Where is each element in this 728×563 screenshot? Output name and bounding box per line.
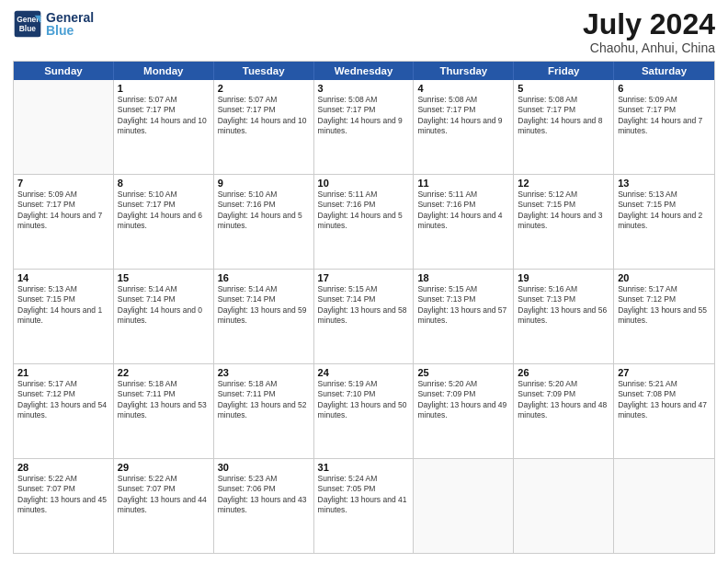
day-info: Sunrise: 5:08 AMSunset: 7:17 PMDaylight:… [518, 95, 609, 137]
svg-text:Blue: Blue [19, 24, 37, 33]
day-info: Sunrise: 5:22 AMSunset: 7:07 PMDaylight:… [118, 474, 210, 516]
daylight-label: Daylight: 13 hours and 53 minutes. [118, 400, 207, 419]
day-number: 28 [17, 462, 109, 473]
day-number: 17 [318, 272, 410, 283]
day-info: Sunrise: 5:21 AMSunset: 7:08 PMDaylight:… [618, 379, 711, 421]
calendar-day-17: 17Sunrise: 5:15 AMSunset: 7:14 PMDayligh… [314, 270, 415, 363]
sunset-label: Sunset: 7:06 PM [218, 484, 276, 493]
sunrise-label: Sunrise: 5:22 AM [17, 474, 77, 483]
day-info: Sunrise: 5:15 AMSunset: 7:13 PMDaylight:… [417, 284, 509, 327]
day-number: 23 [218, 367, 310, 378]
daylight-label: Daylight: 13 hours and 43 minutes. [218, 495, 307, 514]
calendar-row: 21Sunrise: 5:17 AMSunset: 7:12 PMDayligh… [14, 363, 714, 458]
sunrise-label: Sunrise: 5:22 AM [118, 474, 177, 483]
sunset-label: Sunset: 7:14 PM [218, 294, 276, 304]
sunrise-label: Sunrise: 5:17 AM [17, 379, 77, 388]
calendar-header: SundayMondayTuesdayWednesdayThursdayFrid… [14, 62, 714, 80]
day-number: 7 [17, 178, 109, 189]
sunrise-label: Sunrise: 5:08 AM [518, 95, 577, 104]
daylight-label: Daylight: 13 hours and 45 minutes. [17, 495, 107, 514]
day-info: Sunrise: 5:14 AMSunset: 7:14 PMDaylight:… [118, 284, 210, 327]
sunrise-label: Sunrise: 5:11 AM [318, 190, 378, 199]
day-info: Sunrise: 5:07 AMSunset: 7:17 PMDaylight:… [118, 95, 210, 137]
sunrise-label: Sunrise: 5:09 AM [17, 190, 77, 199]
day-info: Sunrise: 5:20 AMSunset: 7:09 PMDaylight:… [518, 379, 609, 421]
day-number: 21 [17, 367, 109, 378]
daylight-label: Daylight: 13 hours and 48 minutes. [518, 400, 607, 419]
day-info: Sunrise: 5:10 AMSunset: 7:16 PMDaylight:… [218, 190, 310, 232]
daylight-label: Daylight: 14 hours and 6 minutes. [118, 211, 202, 230]
calendar-day-24: 24Sunrise: 5:19 AMSunset: 7:10 PMDayligh… [314, 364, 415, 458]
sunset-label: Sunset: 7:17 PM [417, 105, 475, 114]
calendar-day-21: 21Sunrise: 5:17 AMSunset: 7:12 PMDayligh… [14, 364, 114, 458]
day-info: Sunrise: 5:12 AMSunset: 7:15 PMDaylight:… [518, 190, 609, 232]
sunset-label: Sunset: 7:17 PM [218, 105, 276, 114]
sunset-label: Sunset: 7:17 PM [318, 105, 376, 114]
sunset-label: Sunset: 7:07 PM [17, 484, 75, 493]
sunset-label: Sunset: 7:13 PM [518, 294, 575, 304]
day-number: 13 [618, 178, 711, 189]
day-info: Sunrise: 5:20 AMSunset: 7:09 PMDaylight:… [417, 379, 509, 421]
sunset-label: Sunset: 7:17 PM [518, 105, 575, 114]
day-info: Sunrise: 5:09 AMSunset: 7:17 PMDaylight:… [17, 190, 109, 232]
day-info: Sunrise: 5:17 AMSunset: 7:12 PMDaylight:… [17, 379, 109, 421]
sunset-label: Sunset: 7:15 PM [518, 200, 575, 209]
day-info: Sunrise: 5:22 AMSunset: 7:07 PMDaylight:… [17, 474, 109, 516]
sunset-label: Sunset: 7:09 PM [518, 389, 575, 398]
day-number: 18 [417, 272, 509, 283]
day-info: Sunrise: 5:19 AMSunset: 7:10 PMDaylight:… [318, 379, 410, 421]
day-number: 14 [17, 272, 109, 283]
sunrise-label: Sunrise: 5:21 AM [618, 379, 677, 388]
calendar-day-8: 8Sunrise: 5:10 AMSunset: 7:17 PMDaylight… [114, 175, 214, 269]
weekday-header: Wednesday [314, 62, 415, 80]
daylight-label: Daylight: 13 hours and 54 minutes. [17, 400, 107, 419]
calendar-row: 1Sunrise: 5:07 AMSunset: 7:17 PMDaylight… [14, 80, 714, 174]
daylight-label: Daylight: 14 hours and 5 minutes. [318, 211, 403, 230]
calendar-day-20: 20Sunrise: 5:17 AMSunset: 7:12 PMDayligh… [614, 270, 714, 363]
daylight-label: Daylight: 14 hours and 10 minutes. [118, 116, 207, 135]
day-number: 19 [518, 272, 609, 283]
title-block: July 2024 Chaohu, Anhui, China [583, 9, 715, 55]
day-number: 31 [318, 462, 410, 473]
daylight-label: Daylight: 13 hours and 58 minutes. [318, 305, 407, 325]
day-info: Sunrise: 5:08 AMSunset: 7:17 PMDaylight:… [318, 95, 410, 137]
sunset-label: Sunset: 7:10 PM [318, 389, 376, 398]
daylight-label: Daylight: 13 hours and 57 minutes. [417, 305, 506, 325]
day-info: Sunrise: 5:13 AMSunset: 7:15 PMDaylight:… [618, 190, 711, 232]
calendar-day-2: 2Sunrise: 5:07 AMSunset: 7:17 PMDaylight… [214, 80, 314, 174]
calendar-day-27: 27Sunrise: 5:21 AMSunset: 7:08 PMDayligh… [614, 364, 714, 458]
sunrise-label: Sunrise: 5:20 AM [518, 379, 577, 388]
sunrise-label: Sunrise: 5:11 AM [417, 190, 477, 199]
sunset-label: Sunset: 7:17 PM [118, 200, 176, 209]
calendar-day-10: 10Sunrise: 5:11 AMSunset: 7:16 PMDayligh… [314, 175, 415, 269]
sunrise-label: Sunrise: 5:13 AM [17, 284, 77, 293]
header: General Blue General Blue July 2024 Chao… [13, 9, 715, 55]
calendar-day-23: 23Sunrise: 5:18 AMSunset: 7:11 PMDayligh… [214, 364, 314, 458]
calendar-row: 7Sunrise: 5:09 AMSunset: 7:17 PMDaylight… [14, 174, 714, 269]
day-info: Sunrise: 5:24 AMSunset: 7:05 PMDaylight:… [318, 474, 410, 516]
calendar-day-26: 26Sunrise: 5:20 AMSunset: 7:09 PMDayligh… [514, 364, 614, 458]
sunset-label: Sunset: 7:12 PM [618, 294, 676, 304]
day-number: 3 [318, 83, 410, 94]
day-number: 11 [417, 178, 509, 189]
weekday-header: Thursday [414, 62, 514, 80]
sunrise-label: Sunrise: 5:23 AM [218, 474, 278, 483]
sunrise-label: Sunrise: 5:09 AM [618, 95, 677, 104]
sunset-label: Sunset: 7:17 PM [118, 105, 176, 114]
sunset-label: Sunset: 7:14 PM [318, 294, 376, 304]
daylight-label: Daylight: 13 hours and 44 minutes. [118, 495, 207, 514]
sunset-label: Sunset: 7:12 PM [17, 389, 75, 398]
calendar-day-4: 4Sunrise: 5:08 AMSunset: 7:17 PMDaylight… [414, 80, 514, 174]
daylight-label: Daylight: 13 hours and 56 minutes. [518, 305, 607, 325]
sunrise-label: Sunrise: 5:15 AM [417, 284, 477, 293]
sunrise-label: Sunrise: 5:16 AM [518, 284, 577, 293]
weekday-header: Saturday [614, 62, 714, 80]
calendar-day-7: 7Sunrise: 5:09 AMSunset: 7:17 PMDaylight… [14, 175, 114, 269]
day-info: Sunrise: 5:16 AMSunset: 7:13 PMDaylight:… [518, 284, 609, 327]
day-number: 9 [218, 178, 310, 189]
sunrise-label: Sunrise: 5:07 AM [118, 95, 177, 104]
daylight-label: Daylight: 14 hours and 1 minute. [17, 305, 102, 325]
sunset-label: Sunset: 7:16 PM [318, 200, 376, 209]
daylight-label: Daylight: 14 hours and 8 minutes. [518, 116, 602, 135]
sunrise-label: Sunrise: 5:07 AM [218, 95, 278, 104]
